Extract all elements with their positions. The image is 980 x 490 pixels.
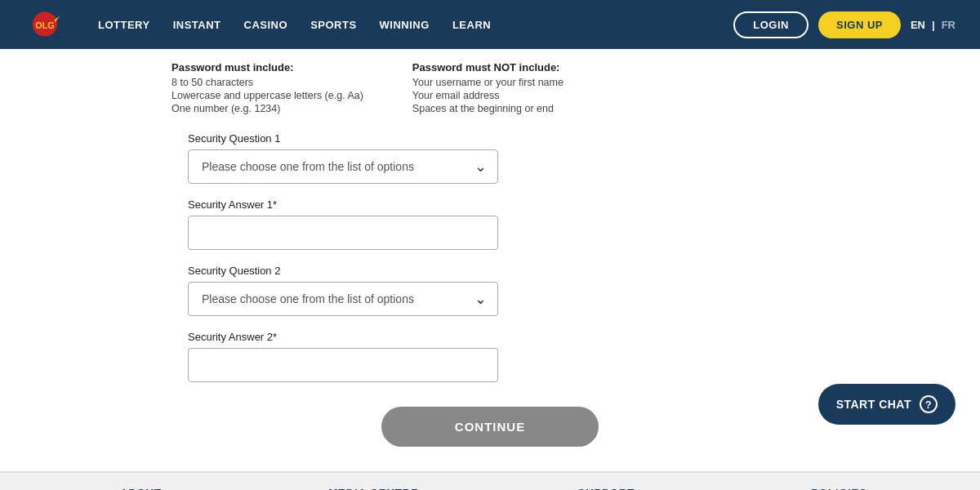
footer-col-media: MEDIA CENTRE <box>257 485 490 490</box>
security-question-1-select-wrapper: Please choose one from the list of optio… <box>188 149 498 184</box>
security-question-2-select[interactable]: Please choose one from the list of optio… <box>188 282 498 316</box>
must-not-include-item-1: Your username or your first name <box>412 77 564 88</box>
nav-sports[interactable]: SPORTS <box>310 19 356 31</box>
must-not-include-title: Password must NOT include: <box>412 61 564 74</box>
language-switcher: EN | FR <box>911 19 956 31</box>
security-question-2-group: Security Question 2 Please choose one fr… <box>188 265 792 316</box>
start-chat-label: START CHAT <box>836 398 911 411</box>
nav-winning[interactable]: WINNING <box>380 19 430 31</box>
lang-divider: | <box>932 19 935 31</box>
must-not-include-item-3: Spaces at the beginning or end <box>412 103 564 114</box>
security-answer-2-group: Security Answer 2* <box>188 331 792 382</box>
login-button[interactable]: LOGIN <box>733 11 808 38</box>
footer-support-heading: SUPPORT <box>578 487 635 490</box>
security-form: Security Question 1 Please choose one fr… <box>172 132 808 382</box>
lang-en[interactable]: EN <box>911 19 925 31</box>
nav-casino[interactable]: CASINO <box>244 19 288 31</box>
security-question-1-select[interactable]: Please choose one from the list of optio… <box>188 149 498 184</box>
header-actions: LOGIN SIGN UP EN | FR <box>733 11 956 38</box>
security-answer-2-input[interactable] <box>188 348 498 382</box>
password-must-not-include: Password must NOT include: Your username… <box>412 61 564 116</box>
start-chat-button[interactable]: START CHAT ? <box>818 384 956 425</box>
security-answer-1-input[interactable] <box>188 216 498 250</box>
security-question-1-group: Security Question 1 Please choose one fr… <box>188 132 792 184</box>
olg-logo-icon: OLG <box>24 8 65 41</box>
signup-button[interactable]: SIGN UP <box>818 11 901 38</box>
must-include-title: Password must include: <box>172 61 363 74</box>
nav-learn[interactable]: LEARN <box>452 19 491 31</box>
must-include-item-3: One number (e.g. 1234) <box>172 103 363 114</box>
footer: ABOUT MEDIA CENTRE SUPPORT POLICIES <box>0 471 980 490</box>
logo[interactable]: OLG <box>24 8 65 41</box>
nav-lottery[interactable]: LOTTERY <box>98 19 150 31</box>
continue-button[interactable]: CONTINUE <box>381 407 599 447</box>
security-question-2-select-wrapper: Please choose one from the list of optio… <box>188 282 498 316</box>
security-answer-2-label: Security Answer 2* <box>188 331 792 343</box>
must-not-include-item-2: Your email address <box>412 90 564 101</box>
must-include-item-1: 8 to 50 characters <box>172 77 363 88</box>
footer-col-support: SUPPORT <box>490 485 723 490</box>
security-answer-1-label: Security Answer 1* <box>188 198 792 211</box>
main-nav: LOTTERY INSTANT CASINO SPORTS WINNING LE… <box>98 19 491 31</box>
footer-policies-heading: POLICIES <box>811 487 867 490</box>
security-question-2-label: Security Question 2 <box>188 265 792 277</box>
svg-text:OLG: OLG <box>35 20 54 30</box>
footer-col-about: ABOUT <box>24 485 257 490</box>
security-answer-1-group: Security Answer 1* <box>188 198 792 250</box>
footer-media-heading: MEDIA CENTRE <box>328 487 418 490</box>
footer-col-policies: POLICIES <box>723 485 956 490</box>
must-include-item-2: Lowercase and uppercase letters (e.g. Aa… <box>172 90 363 101</box>
nav-instant[interactable]: INSTANT <box>173 19 221 31</box>
password-info: Password must include: 8 to 50 character… <box>172 49 808 132</box>
footer-about-heading: ABOUT <box>120 487 162 490</box>
chat-icon: ? <box>920 395 938 413</box>
password-must-include: Password must include: 8 to 50 character… <box>172 61 363 116</box>
security-question-1-label: Security Question 1 <box>188 132 792 145</box>
header: OLG LOTTERY INSTANT CASINO SPORTS WINNIN… <box>0 0 980 49</box>
lang-fr[interactable]: FR <box>942 19 956 31</box>
